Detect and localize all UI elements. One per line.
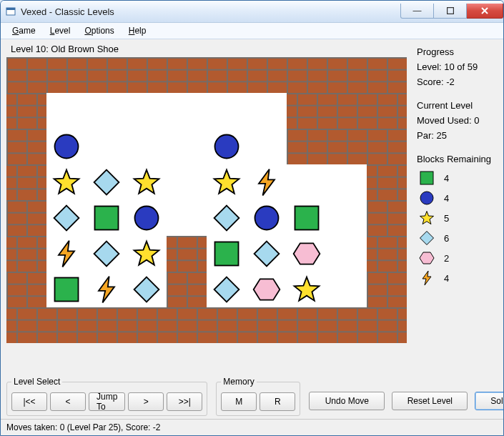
minimize-button[interactable]: — <box>400 4 434 19</box>
pink-hexagon-block[interactable] <box>247 272 287 307</box>
blue-circle-block[interactable] <box>207 129 247 164</box>
blue-circle-icon <box>131 202 162 234</box>
blue-circle-block[interactable] <box>46 129 87 164</box>
yellow-bolt-block[interactable] <box>46 236 87 272</box>
menu-help[interactable]: Help <box>123 24 152 37</box>
sidebar: Progress Level: 10 of 59 Score: -2 Curre… <box>408 42 499 379</box>
svg-marker-6 <box>94 170 119 195</box>
pink-hexagon-icon <box>251 274 282 305</box>
current-par: Par: 25 <box>417 130 496 141</box>
green-square-block[interactable] <box>287 200 327 236</box>
last-level-button[interactable]: >>| <box>167 392 202 411</box>
svg-marker-31 <box>420 232 434 245</box>
pink-hexagon-icon <box>417 249 437 267</box>
window-title: Vexed - Classic Levels <box>21 6 400 17</box>
blue-circle-icon <box>51 131 82 162</box>
maximize-button[interactable] <box>434 4 467 19</box>
lightblue-diamond-block[interactable] <box>46 200 87 236</box>
wall-cell <box>167 307 207 343</box>
pink-hexagon-block[interactable] <box>287 236 327 272</box>
wall-cell <box>207 307 247 343</box>
yellow-bolt-block[interactable] <box>247 164 287 200</box>
yellow-bolt-icon <box>51 238 82 269</box>
lightblue-diamond-block[interactable] <box>207 200 247 236</box>
yellow-star-block[interactable] <box>287 272 327 307</box>
menu-options[interactable]: Options <box>79 24 119 37</box>
lightblue-diamond-block[interactable] <box>127 272 167 307</box>
memory-legend: Memory <box>221 377 256 387</box>
wall-cell <box>327 129 367 164</box>
lightblue-diamond-block[interactable] <box>247 236 287 272</box>
green-square-block[interactable] <box>46 272 87 307</box>
empty-cell <box>327 164 367 200</box>
lightblue-diamond-icon <box>51 202 82 234</box>
memory-m-button[interactable]: M <box>221 392 257 411</box>
empty-cell <box>287 164 327 200</box>
svg-marker-21 <box>294 243 320 264</box>
wall-cell <box>6 307 46 343</box>
green-square-block[interactable] <box>87 200 127 236</box>
current-moves: Moved Used: 0 <box>417 115 496 126</box>
game-area: Level 10: Old Brown Shoe <box>5 42 408 379</box>
pink-hexagon-icon <box>291 238 322 269</box>
reset-level-button[interactable]: Reset Level <box>392 392 468 410</box>
yellow-star-block[interactable] <box>127 236 167 272</box>
yellow-star-icon <box>131 238 162 269</box>
green-square-icon <box>51 274 82 305</box>
menu-level[interactable]: Level <box>44 24 76 37</box>
next-level-button[interactable]: > <box>128 392 164 411</box>
game-board[interactable] <box>6 57 407 343</box>
solve-level-button[interactable]: Solve Level <box>475 392 504 410</box>
svg-rect-19 <box>215 242 239 266</box>
memory-group: Memory M R <box>216 382 300 416</box>
prev-level-button[interactable]: < <box>50 392 86 411</box>
undo-move-button[interactable]: Undo Move <box>309 392 385 410</box>
wall-cell <box>287 57 327 93</box>
wall-cell <box>367 164 407 200</box>
wall-cell <box>46 307 87 343</box>
empty-cell <box>327 200 367 236</box>
first-level-button[interactable]: |<< <box>11 392 47 411</box>
jump-to-button[interactable]: Jump To <box>89 392 125 411</box>
lightblue-diamond-block[interactable] <box>87 164 127 200</box>
svg-marker-33 <box>423 271 431 285</box>
memory-r-button[interactable]: R <box>260 392 295 411</box>
yellow-star-block[interactable] <box>46 164 87 200</box>
empty-cell <box>247 129 287 164</box>
yellow-star-block[interactable] <box>207 164 247 200</box>
svg-marker-26 <box>254 279 280 299</box>
blocks-remaining-row: 4 <box>417 189 496 207</box>
level-select-legend: Level Select <box>11 377 62 387</box>
blocks-remaining-row: 4 <box>417 269 496 287</box>
green-square-block[interactable] <box>207 236 247 272</box>
yellow-star-block[interactable] <box>127 164 167 200</box>
lightblue-diamond-icon <box>211 274 242 305</box>
yellow-bolt-block[interactable] <box>87 272 127 307</box>
svg-rect-1 <box>6 8 15 10</box>
blue-circle-block[interactable] <box>247 200 287 236</box>
blocks-remaining-heading: Blocks Remaining <box>417 154 496 164</box>
app-window: Vexed - Classic Levels — Game Level Opti… <box>0 0 504 436</box>
wall-cell <box>127 307 167 343</box>
wall-cell <box>247 57 287 93</box>
wall-cell <box>127 57 167 93</box>
wall-cell <box>247 307 287 343</box>
blue-circle-block[interactable] <box>127 200 167 236</box>
wall-cell <box>6 164 46 200</box>
empty-cell <box>87 129 127 164</box>
yellow-star-icon <box>291 274 322 305</box>
lightblue-diamond-block[interactable] <box>207 272 247 307</box>
svg-marker-8 <box>214 170 239 194</box>
close-button[interactable] <box>467 4 503 19</box>
wall-cell <box>367 93 407 129</box>
wall-cell <box>287 93 327 129</box>
blue-circle-icon <box>211 131 242 162</box>
green-square-icon <box>211 238 242 269</box>
menu-game[interactable]: Game <box>6 24 41 37</box>
svg-marker-18 <box>134 242 159 265</box>
green-square-icon <box>91 202 122 234</box>
svg-rect-22 <box>55 278 79 302</box>
wall-cell <box>167 272 207 307</box>
lightblue-diamond-block[interactable] <box>87 236 127 272</box>
svg-marker-7 <box>134 170 159 194</box>
